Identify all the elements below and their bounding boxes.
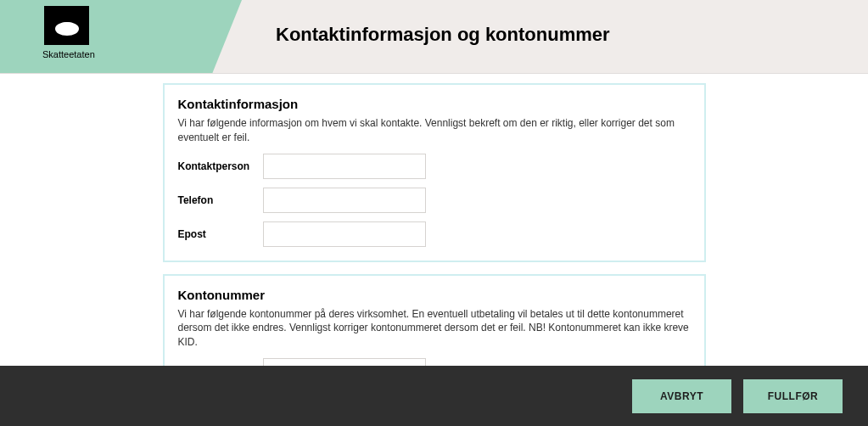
telephone-input[interactable] [263, 188, 426, 213]
email-label: Epost [178, 228, 263, 240]
cancel-button[interactable]: AVBRYT [632, 379, 731, 413]
main-content: Kontaktinformasjon Vi har følgende infor… [0, 74, 868, 399]
header-accent [0, 0, 212, 74]
telephone-label: Telefon [178, 194, 263, 206]
contact-person-label: Kontaktperson [178, 160, 263, 172]
contact-info-heading: Kontaktinformasjon [178, 97, 691, 111]
contact-info-description: Vi har følgende informasjon om hvem vi s… [178, 116, 691, 145]
contact-info-panel: Kontaktinformasjon Vi har følgende infor… [163, 83, 706, 262]
footer-bar: AVBRYT FULLFØR [0, 366, 868, 426]
brand-logo-icon [53, 14, 81, 36]
account-number-heading: Kontonummer [178, 288, 691, 302]
account-number-description: Vi har følgende kontonummer på deres vir… [178, 307, 691, 350]
telephone-row: Telefon [178, 188, 691, 213]
contact-person-input[interactable] [263, 154, 426, 179]
email-input[interactable] [263, 221, 426, 247]
email-row: Epost [178, 221, 691, 247]
header: Skatteetaten Kontaktinformasjon og konto… [0, 0, 868, 74]
page-title: Kontaktinformasjon og kontonummer [276, 24, 610, 46]
contact-person-row: Kontaktperson [178, 154, 691, 179]
brand-name: Skatteetaten [42, 49, 95, 59]
brand-logo [44, 6, 89, 45]
submit-button[interactable]: FULLFØR [743, 379, 843, 413]
